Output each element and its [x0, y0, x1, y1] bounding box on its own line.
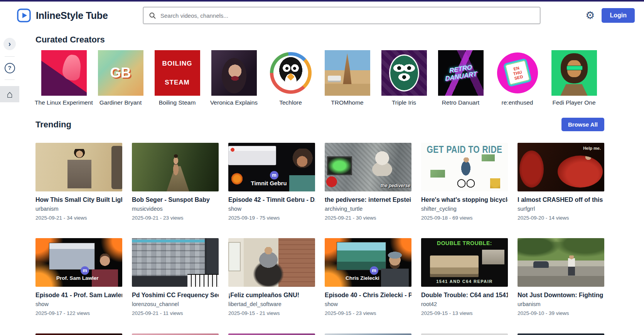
video-thumbnail[interactable]: [228, 333, 315, 335]
thumb-art: [568, 255, 575, 276]
creator-item[interactable]: RETRO DANUART Retro Danuart: [432, 50, 489, 106]
video-card[interactable]: [132, 333, 219, 335]
video-thumbnail[interactable]: the pediverse: [325, 143, 411, 191]
mastodon-badge-icon: m: [370, 266, 378, 275]
video-thumbnail[interactable]: [132, 238, 219, 287]
video-card[interactable]: Timnit Gebru m Episode 42 - Timnit Gebru…: [228, 143, 315, 221]
creator-item[interactable]: GB Gardiner Bryant: [92, 50, 149, 106]
video-title[interactable]: Double Trouble: C64 and 1541 R: [421, 291, 508, 299]
face-shape: [567, 60, 581, 77]
video-thumbnail[interactable]: [132, 143, 219, 191]
video-card[interactable]: Pd Yoshimi CC Frequency Seque lorenzosu_…: [132, 238, 219, 316]
creator-item[interactable]: Fedi Player One: [546, 50, 602, 106]
brand[interactable]: InlineStyle Tube: [17, 8, 108, 22]
video-card[interactable]: Chris Zielecki m Episode 40 - Chris Ziel…: [325, 238, 411, 316]
video-thumbnail[interactable]: Chris Zielecki m: [325, 238, 411, 287]
creator-item[interactable]: TROMhome: [319, 50, 376, 106]
video-channel[interactable]: show: [325, 301, 411, 308]
creator-item[interactable]: Veronica Explains: [206, 50, 262, 106]
video-thumbnail[interactable]: Timnit Gebru m: [228, 143, 315, 191]
creator-item[interactable]: Techlore: [262, 50, 319, 106]
creator-avatar: RETRO DANUART: [438, 50, 484, 96]
thumbnail-overlay-text: Prof. Sam Lawler: [56, 275, 99, 281]
creator-item[interactable]: BOILING STEAM Boiling Steam: [149, 50, 206, 106]
mastodon-badge-icon: m: [81, 266, 89, 275]
video-thumbnail[interactable]: [421, 333, 508, 335]
video-thumbnail[interactable]: [518, 333, 604, 335]
help-button[interactable]: ?: [5, 63, 15, 73]
creator-item[interactable]: Triple Iris: [376, 50, 432, 106]
video-title[interactable]: I almost CRASHED off of this bul: [518, 196, 604, 204]
video-card[interactable]: the pediverse the pediverse: internet Ep…: [325, 143, 411, 221]
settings-button[interactable]: ⚙: [585, 10, 595, 21]
thumbnail-overlay-text: Chris Zielecki: [346, 275, 379, 281]
video-channel[interactable]: surfgrrl: [518, 205, 604, 212]
rv-shape: [328, 76, 341, 82]
search-icon: [149, 12, 157, 20]
video-thumbnail[interactable]: [35, 333, 122, 335]
video-thumbnail[interactable]: GET PAID TO RIDE: [421, 143, 508, 191]
video-card[interactable]: DOUBLE TROUBLE: 1541 AND C64 REPAIR Doub…: [421, 238, 508, 316]
bird-logo-shape: [61, 54, 82, 81]
video-title[interactable]: Pd Yoshimi CC Frequency Seque: [132, 291, 219, 299]
creator-name: Triple Iris: [392, 99, 416, 106]
thumbnail-overlay-text: 1541 AND C64 REPAIR: [436, 279, 493, 284]
creator-avatar: BOILING STEAM: [155, 50, 200, 96]
video-card[interactable]: [228, 333, 315, 335]
creator-item[interactable]: EN THU SED re:enthused: [489, 50, 546, 106]
video-thumbnail[interactable]: [228, 238, 315, 287]
thumb-art: [92, 254, 118, 287]
video-channel[interactable]: show: [228, 205, 315, 212]
video-title[interactable]: Episode 41 - Prof. Sam Lawler - A: [35, 291, 122, 299]
video-meta: 2025-09-15 - 13 views: [421, 310, 508, 316]
video-channel[interactable]: shifter_cycling: [421, 205, 508, 212]
video-title[interactable]: Bob Seger - Sunspot Baby: [132, 196, 219, 204]
video-channel[interactable]: musicvideos: [132, 205, 219, 212]
video-channel[interactable]: archiving_turtle: [325, 205, 411, 212]
main-content: Curated Creators The Linux Experiment GB…: [19, 29, 624, 335]
video-card[interactable]: Bob Seger - Sunspot Baby musicvideos 202…: [132, 143, 219, 221]
video-channel[interactable]: lorenzosu_channel: [132, 301, 219, 308]
search-input[interactable]: [143, 7, 540, 24]
video-card[interactable]: GET PAID TO RIDE Here's what's stopping …: [421, 143, 508, 221]
videos-grid: How This Small City Built Light R urbani…: [35, 143, 604, 335]
video-card[interactable]: Help me. I almost CRASHED off of this bu…: [518, 143, 604, 221]
video-card[interactable]: Not Just Downtown: Fighting To urbanism …: [518, 238, 604, 316]
video-card[interactable]: [325, 333, 411, 335]
video-title[interactable]: the pediverse: internet Epstein is: [325, 196, 411, 204]
video-channel[interactable]: libertad_del_software: [228, 301, 315, 308]
video-channel[interactable]: urbanism: [518, 301, 604, 308]
video-title[interactable]: Not Just Downtown: Fighting To: [518, 291, 604, 299]
thumb-art: [558, 156, 603, 188]
video-thumbnail[interactable]: [35, 143, 122, 191]
creator-avatar: [268, 50, 314, 96]
video-thumbnail[interactable]: [325, 333, 411, 335]
expand-sidebar-button[interactable]: ›: [3, 38, 16, 50]
video-channel[interactable]: root42: [421, 301, 508, 308]
video-title[interactable]: Episode 42 - Timnit Gebru - DAIR: [228, 196, 315, 204]
browse-all-button[interactable]: Browse All: [561, 118, 604, 131]
sidebar-item-home[interactable]: ⌂: [0, 86, 19, 102]
video-card[interactable]: How This Small City Built Light R urbani…: [35, 143, 122, 221]
video-card[interactable]: [518, 333, 604, 335]
video-channel[interactable]: urbanism: [35, 205, 122, 212]
header: InlineStyle Tube ⚙ Login: [0, 2, 644, 29]
login-button[interactable]: Login: [602, 8, 635, 23]
video-thumbnail[interactable]: [518, 238, 604, 287]
video-thumbnail[interactable]: Prof. Sam Lawler m: [35, 238, 122, 287]
video-title[interactable]: How This Small City Built Light R: [35, 196, 122, 204]
video-thumbnail[interactable]: [132, 333, 219, 335]
video-thumbnail[interactable]: DOUBLE TROUBLE: 1541 AND C64 REPAIR: [421, 238, 508, 287]
video-card[interactable]: Prof. Sam Lawler m Episode 41 - Prof. Sa…: [35, 238, 122, 316]
video-title[interactable]: Episode 40 - Chris Zielecki - Pho: [325, 291, 411, 299]
video-card[interactable]: [35, 333, 122, 335]
divider: [5, 80, 15, 80]
video-card[interactable]: ¡Feliz cumpleaños GNU! libertad_del_soft…: [228, 238, 315, 316]
creator-item[interactable]: The Linux Experiment: [35, 50, 92, 106]
creator-avatar: [325, 50, 370, 96]
video-thumbnail[interactable]: Help me.: [518, 143, 604, 191]
video-title[interactable]: ¡Feliz cumpleaños GNU!: [228, 291, 315, 299]
video-channel[interactable]: show: [35, 301, 122, 308]
video-title[interactable]: Here's what's stopping bicycle c: [421, 196, 508, 204]
video-card[interactable]: [421, 333, 508, 335]
